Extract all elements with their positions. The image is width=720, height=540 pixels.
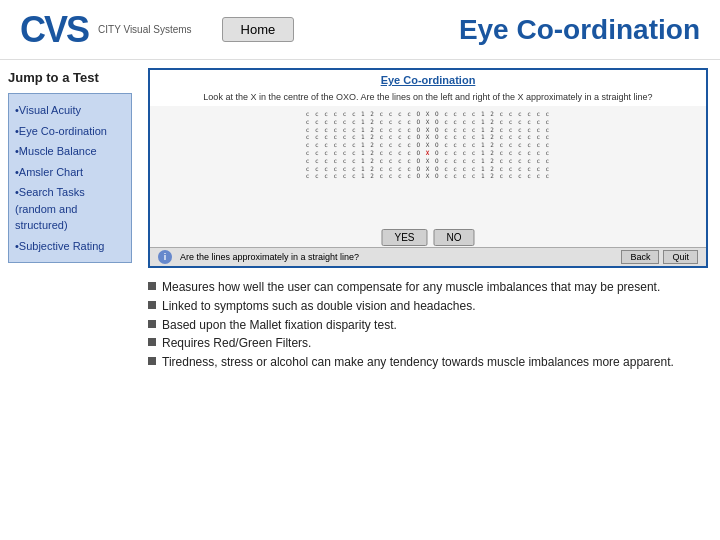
sidebar: Jump to a Test •Visual Acuity •Eye Co-or… xyxy=(0,60,140,540)
bullet-4: Requires Red/Green Filters. xyxy=(148,334,708,353)
bullet-2: Linked to symptoms such as double vision… xyxy=(148,297,708,316)
logo-cvs: CVS xyxy=(20,12,88,48)
main-layout: Jump to a Test •Visual Acuity •Eye Co-or… xyxy=(0,60,720,540)
sidebar-item-search-tasks[interactable]: •Search Tasks (random and structured) xyxy=(13,182,127,236)
sidebar-nav: •Visual Acuity •Eye Co-ordination •Muscl… xyxy=(8,93,132,263)
sidebar-item-muscle-balance[interactable]: •Muscle Balance xyxy=(13,141,127,162)
bullet-square-icon xyxy=(148,320,156,328)
bullet-square-icon xyxy=(148,357,156,365)
sidebar-item-amsler-chart[interactable]: •Amsler Chart xyxy=(13,162,127,183)
content-area: Eye Co-ordination Look at the X in the c… xyxy=(140,60,720,540)
bullet-1: Measures how well the user can compensat… xyxy=(148,278,708,297)
yes-button[interactable]: YES xyxy=(381,229,427,246)
sidebar-item-subjective-rating[interactable]: •Subjective Rating xyxy=(13,236,127,257)
screenshot-controls: YES NO xyxy=(381,229,474,246)
back-button[interactable]: Back xyxy=(621,250,659,264)
bullet-square-icon xyxy=(148,338,156,346)
no-button[interactable]: NO xyxy=(434,229,475,246)
screenshot-description: Look at the X in the centre of the OXO. … xyxy=(150,88,706,106)
header: CVS CITY Visual Systems Home Eye Co-ordi… xyxy=(0,0,720,60)
bullet-list: Measures how well the user can compensat… xyxy=(148,278,708,372)
page-title: Eye Co-ordination xyxy=(459,14,700,46)
bullet-square-icon xyxy=(148,301,156,309)
quit-button[interactable]: Quit xyxy=(663,250,698,264)
screenshot-inner-title: Eye Co-ordination xyxy=(150,70,706,88)
sidebar-item-eye-coordination[interactable]: •Eye Co-ordination xyxy=(13,121,127,142)
jump-to-test-label: Jump to a Test xyxy=(8,70,132,85)
logo-sub: CITY Visual Systems xyxy=(98,23,192,36)
bar-question-text: Are the lines approximately in a straigh… xyxy=(180,252,613,262)
sidebar-item-visual-acuity[interactable]: •Visual Acuity xyxy=(13,100,127,121)
bullet-5: Tiredness, stress or alcohol can make an… xyxy=(148,353,708,372)
bar-buttons: Back Quit xyxy=(621,250,698,264)
info-icon: i xyxy=(158,250,172,264)
home-button[interactable]: Home xyxy=(222,17,295,42)
bullet-square-icon xyxy=(148,282,156,290)
screenshot-bar: i Are the lines approximately in a strai… xyxy=(150,247,706,266)
screenshot-box: Eye Co-ordination Look at the X in the c… xyxy=(148,68,708,268)
bullet-3: Based upon the Mallet fixation disparity… xyxy=(148,316,708,335)
eye-test-grid: c c c c c c 1 2 c c c c O X O c c c c 1 … xyxy=(150,106,706,184)
